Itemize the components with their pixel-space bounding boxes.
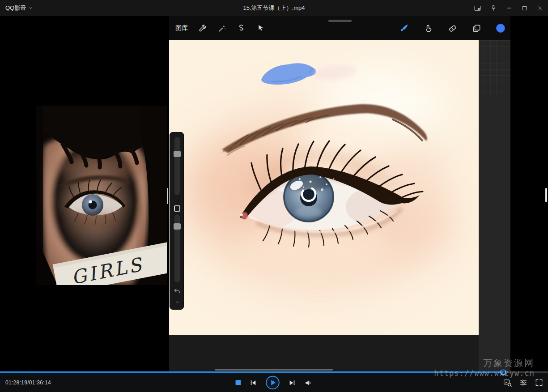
play-icon: [265, 375, 280, 390]
procreate-toolbar: 图库: [169, 16, 510, 40]
color-circle-icon: [495, 23, 506, 34]
titlebar: QQ影音 15.第五节课（上）.mp4: [0, 0, 548, 16]
panel-dash: [176, 302, 179, 303]
smudge-finger-icon: [423, 23, 433, 34]
app-name: QQ影音: [5, 4, 26, 12]
toolbar-handle: [328, 20, 352, 22]
chevron-down-icon: [28, 6, 33, 10]
eye-painting-canvas: [169, 37, 479, 335]
previous-track-icon: [249, 379, 257, 387]
video-viewport[interactable]: GIRLS: [0, 16, 548, 371]
close-button[interactable]: [532, 0, 548, 16]
brush-size-knob: [174, 151, 181, 157]
layers-button: [469, 21, 484, 35]
close-icon: [537, 4, 544, 12]
stop-button[interactable]: [235, 380, 241, 385]
transform-button: [253, 21, 268, 35]
play-button[interactable]: [265, 375, 280, 390]
image-search-icon: [503, 378, 512, 388]
canvas-grid: [479, 40, 510, 94]
right-sidebar-handle: [545, 188, 547, 202]
fullscreen-button[interactable]: [535, 378, 544, 387]
brush-size-slider: [174, 137, 180, 195]
settings-button[interactable]: [519, 378, 528, 387]
stop-icon: [235, 380, 241, 385]
screenshot-recognize-button[interactable]: [503, 378, 512, 388]
undo-button: [173, 287, 181, 295]
undo-icon: [173, 287, 181, 295]
adjustments-button: [215, 21, 229, 35]
player-window: QQ影音 15.第五节课（上）.mp4: [0, 0, 548, 392]
eraser-tool-button: [445, 21, 459, 35]
left-sidebar-handle: [167, 188, 168, 204]
progress-knob[interactable]: [500, 369, 506, 375]
brush-opacity-knob: [174, 223, 181, 230]
gallery-button: 图库: [175, 24, 188, 32]
next-button[interactable]: [288, 379, 296, 387]
picture-in-picture-icon: [474, 4, 481, 12]
selection-s-icon: [237, 24, 246, 33]
fullscreen-icon: [535, 378, 544, 387]
transform-arrow-icon: [256, 24, 265, 33]
next-track-icon: [288, 379, 296, 387]
procreate-screen: 图库: [169, 16, 510, 371]
previous-button[interactable]: [249, 379, 257, 387]
player-control-bar: 01:28:19 / 01:36:14: [0, 373, 548, 392]
smudge-tool-button: [421, 21, 435, 35]
home-indicator-bar: [215, 369, 333, 371]
pin-on-top-button[interactable]: [485, 0, 501, 16]
total-duration: 01:36:14: [29, 379, 51, 386]
progress-bar[interactable]: [0, 371, 548, 373]
modify-button: [174, 205, 180, 212]
brush-tool-button: [397, 21, 411, 35]
progress-fill: [0, 371, 503, 373]
color-swatch-button: [493, 21, 508, 35]
minimize-icon: [506, 4, 513, 12]
volume-icon: [304, 379, 313, 387]
layers-icon: [472, 23, 482, 34]
time-display: 01:28:19 / 01:36:14: [5, 373, 51, 392]
maximize-button[interactable]: [517, 0, 532, 16]
video-title: 15.第五节课（上）.mp4: [0, 4, 548, 12]
reference-photo: GIRLS: [36, 106, 167, 285]
eraser-icon: [447, 23, 458, 34]
mini-mode-button[interactable]: [470, 0, 485, 16]
maximize-icon: [521, 5, 528, 12]
brush-icon: [399, 23, 409, 34]
brush-slider-panel: [170, 132, 184, 310]
wrench-icon: [198, 24, 208, 33]
current-time: 01:28:19: [5, 379, 27, 386]
actions-button: [195, 21, 210, 35]
procreate-side-area: [479, 37, 510, 371]
pin-icon: [490, 4, 497, 12]
minimize-button[interactable]: [501, 0, 517, 16]
procreate-bottom-area: [169, 335, 479, 371]
volume-button[interactable]: [304, 379, 313, 387]
magic-wand-icon: [217, 24, 227, 33]
selection-button: [234, 21, 248, 35]
app-menu-button[interactable]: QQ影音: [0, 0, 38, 16]
sliders-settings-icon: [519, 378, 528, 387]
